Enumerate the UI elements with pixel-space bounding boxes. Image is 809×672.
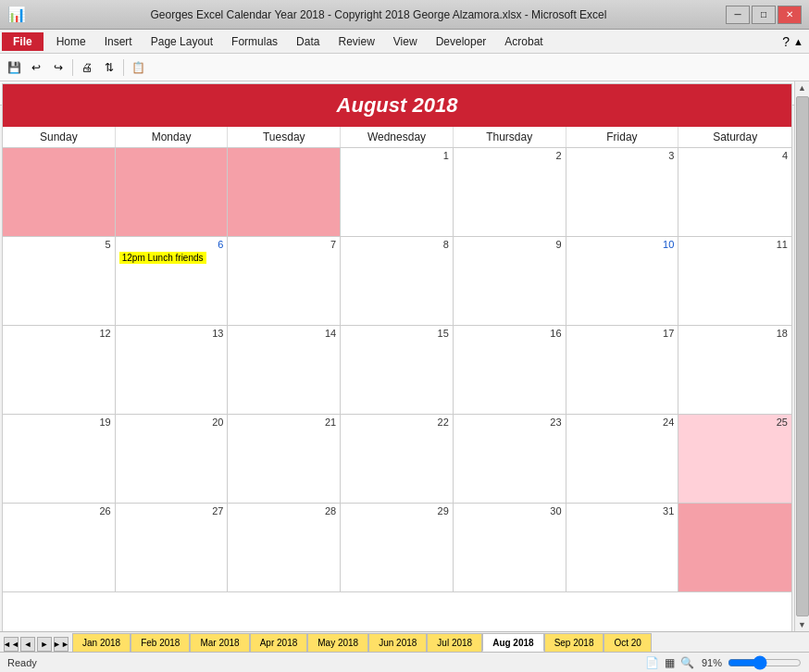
status-view-icon: 🔍 <box>680 656 694 669</box>
cal-cell-w3-mon[interactable]: 13 <box>116 326 229 415</box>
vertical-scrollbar[interactable]: ▲ ▼ <box>794 81 809 631</box>
cal-cell-w3-thu[interactable]: 16 <box>454 326 566 415</box>
day-num-29: 29 <box>344 505 449 516</box>
zoom-slider[interactable] <box>728 655 802 670</box>
menu-home[interactable]: Home <box>47 32 95 51</box>
tab-last-button[interactable]: ►► <box>54 637 68 652</box>
tab-mar-2018[interactable]: Mar 2018 <box>190 633 249 652</box>
tab-sep-2018[interactable]: Sep 2018 <box>544 633 604 652</box>
cal-cell-w4-tue[interactable]: 21 <box>228 415 341 504</box>
scroll-thumb[interactable] <box>796 96 809 616</box>
tab-jun-2018[interactable]: Jun 2018 <box>368 633 427 652</box>
day-num-5: 5 <box>6 239 111 250</box>
cal-cell-w5-mon[interactable]: 27 <box>116 504 229 592</box>
tab-first-button[interactable]: ◄◄ <box>4 637 19 652</box>
cal-cell-w2-thu[interactable]: 9 <box>454 237 566 326</box>
restore-button[interactable]: □ <box>752 6 776 24</box>
cal-cell-w2-tue[interactable]: 7 <box>228 237 341 326</box>
cal-cell-w2-mon[interactable]: 6 12pm Lunch friends <box>116 237 229 326</box>
cal-cell-w5-fri[interactable]: 31 <box>566 504 679 592</box>
help-icon[interactable]: ? <box>782 34 790 49</box>
toolbar-print-icon[interactable]: 🖨 <box>77 57 97 78</box>
cal-cell-w5-sun[interactable]: 26 <box>3 504 116 592</box>
day-num-25: 25 <box>682 417 788 428</box>
title-bar: 📊 Georges Excel Calendar Year 2018 - Cop… <box>0 0 809 30</box>
toolbar-undo-icon[interactable]: ↩ <box>26 57 46 78</box>
day-num-28: 28 <box>231 505 336 516</box>
cal-cell-w1-wed[interactable]: 1 <box>341 148 454 237</box>
day-num-4: 4 <box>682 150 788 161</box>
toolbar-redo-icon[interactable]: ↪ <box>48 57 68 78</box>
cal-cell-w5-tue[interactable]: 28 <box>228 504 341 592</box>
cal-cell-w2-sat[interactable]: 11 <box>678 237 791 326</box>
cal-cell-w5-wed[interactable]: 29 <box>341 504 454 592</box>
menu-bar: File Home Insert Page Layout Formulas Da… <box>0 30 809 54</box>
sheet-tabs-area: ◄◄ ◄ ► ►► Jan 2018 Feb 2018 Mar 2018 Apr… <box>0 631 809 652</box>
status-page-icon: 📄 <box>645 656 659 669</box>
tab-next-button[interactable]: ► <box>37 637 52 652</box>
cal-cell-w4-sat[interactable]: 25 <box>678 415 791 504</box>
day-num-6: 6 <box>119 239 224 250</box>
toolbar-extra-icon[interactable]: 📋 <box>128 57 148 78</box>
tab-nav-buttons: ◄◄ ◄ ► ►► <box>4 637 68 652</box>
day-num-16: 16 <box>457 328 562 339</box>
cal-cell-w3-tue[interactable]: 14 <box>228 326 341 415</box>
cal-cell-w2-fri[interactable]: 10 <box>566 237 679 326</box>
tab-may-2018[interactable]: May 2018 <box>307 633 368 652</box>
day-num-1: 1 <box>344 150 449 161</box>
tab-apr-2018[interactable]: Apr 2018 <box>250 633 308 652</box>
menu-developer[interactable]: Developer <box>427 32 496 51</box>
tab-feb-2018[interactable]: Feb 2018 <box>131 633 190 652</box>
menu-page-layout[interactable]: Page Layout <box>142 32 222 51</box>
toolbar-save-icon[interactable]: 💾 <box>4 57 24 78</box>
menu-insert[interactable]: Insert <box>95 32 142 51</box>
toolbar-sort-icon[interactable]: ⇅ <box>99 57 119 78</box>
day-num-17: 17 <box>570 328 675 339</box>
cal-cell-w3-sat[interactable]: 18 <box>678 326 791 415</box>
menu-data[interactable]: Data <box>287 32 329 51</box>
event-lunch-friends[interactable]: 12pm Lunch friends <box>119 252 206 264</box>
cal-cell-w4-thu[interactable]: 23 <box>454 415 566 504</box>
cal-cell-w1-tue[interactable] <box>228 148 341 237</box>
cal-cell-w3-fri[interactable]: 17 <box>566 326 679 415</box>
cal-cell-w1-sun[interactable] <box>3 148 116 237</box>
toolbar-separator-2 <box>123 59 124 76</box>
cal-cell-w2-sun[interactable]: 5 <box>3 237 116 326</box>
status-bar: Ready 📄 ▦ 🔍 91% <box>0 652 809 672</box>
tab-prev-button[interactable]: ◄ <box>20 637 35 652</box>
menu-file[interactable]: File <box>2 32 44 51</box>
cal-cell-w4-sun[interactable]: 19 <box>3 415 116 504</box>
toolbar: 💾 ↩ ↪ 🖨 ⇅ 📋 <box>0 54 809 81</box>
cal-cell-w4-wed[interactable]: 22 <box>341 415 454 504</box>
day-num-19: 19 <box>6 417 111 428</box>
day-num-22: 22 <box>344 417 449 428</box>
menu-acrobat[interactable]: Acrobat <box>495 32 552 51</box>
scroll-up-button[interactable]: ▲ <box>796 81 808 94</box>
calendar-grid: 1 2 3 4 5 6 12pm Lunch friends 7 8 9 10 … <box>3 148 791 592</box>
tab-aug-2018[interactable]: Aug 2018 <box>482 633 543 652</box>
menu-formulas[interactable]: Formulas <box>222 32 287 51</box>
cal-cell-w4-mon[interactable]: 20 <box>116 415 229 504</box>
cal-cell-w1-mon[interactable] <box>116 148 229 237</box>
cal-cell-w3-wed[interactable]: 15 <box>341 326 454 415</box>
main-content: August 2018 Sunday Monday Tuesday Wednes… <box>0 81 794 631</box>
day-header-saturday: Saturday <box>678 127 791 147</box>
cal-cell-w4-fri[interactable]: 24 <box>566 415 679 504</box>
minimize-button[interactable]: ─ <box>726 6 750 24</box>
cal-cell-w5-thu[interactable]: 30 <box>454 504 566 592</box>
cal-cell-w3-sun[interactable]: 12 <box>3 326 116 415</box>
tab-jul-2018[interactable]: Jul 2018 <box>427 633 482 652</box>
scroll-down-button[interactable]: ▼ <box>796 618 808 631</box>
cal-cell-w5-sat[interactable] <box>678 504 791 592</box>
tab-jan-2018[interactable]: Jan 2018 <box>72 633 131 652</box>
minimize-ribbon-icon[interactable]: ▲ <box>793 36 803 47</box>
cal-cell-w1-thu[interactable]: 2 <box>454 148 566 237</box>
cal-cell-w2-wed[interactable]: 8 <box>341 237 454 326</box>
close-button[interactable]: ✕ <box>778 6 802 24</box>
menu-view[interactable]: View <box>384 32 427 51</box>
cal-cell-w1-sat[interactable]: 4 <box>678 148 791 237</box>
day-headers: Sunday Monday Tuesday Wednesday Thursday… <box>3 127 791 148</box>
menu-review[interactable]: Review <box>329 32 383 51</box>
tab-oct-2018[interactable]: Oct 20 <box>604 633 651 652</box>
cal-cell-w1-fri[interactable]: 3 <box>566 148 679 237</box>
